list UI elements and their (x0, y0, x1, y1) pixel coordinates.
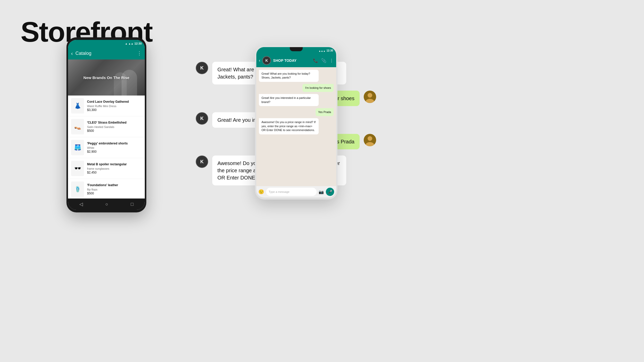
chat-signal-icons: ▲▲▲ (319, 48, 326, 53)
nav-recent-btn[interactable]: □ (131, 202, 133, 207)
chat-back-button[interactable]: ‹ (259, 58, 260, 63)
catalog-title: Catalog (75, 51, 134, 56)
product-item-4[interactable]: 🕶️ Metal B spoiler rectangular frame sun… (68, 158, 145, 179)
chat-app-bar: ‹ K SHOP TODAY 📞 📎 ⋮ (256, 54, 336, 67)
product-item-2[interactable]: 👡 'CLEO' Strass Embellished Satin Heeled… (68, 116, 145, 137)
product-price-3: $2,900 (87, 150, 142, 153)
product-info-4: Metal B spoiler rectangular frame sungla… (87, 162, 142, 174)
product-price-4: $2,450 (87, 171, 142, 174)
camera-icon[interactable]: 📷 (319, 189, 324, 194)
call-icon[interactable]: 📞 (313, 58, 318, 63)
signal-icons: ▲ ▲▲ (125, 42, 133, 45)
product-thumb-5: 🩴 (71, 182, 84, 197)
product-info-5: 'Foundations' leather flip flops $500 (87, 183, 142, 195)
bottom-nav: ◁ ○ □ (68, 199, 145, 210)
catalog-app-bar: ‹ Catalog ⋮ (68, 47, 145, 59)
product-name-1: Cord Lace Overlay Gathered (87, 100, 142, 104)
product-sub-4: frame sunglasses (87, 167, 142, 170)
product-price-2: $500 (87, 129, 142, 133)
product-list[interactable]: 👗 Cord Lace Overlay Gathered Waist Ruffl… (68, 96, 145, 199)
product-price-1: $3,300 (87, 108, 142, 112)
product-thumb-4: 🕶️ (71, 161, 84, 176)
emoji-icon[interactable]: 🙂 (258, 189, 264, 195)
catalog-hero: New Brands On The Rise (68, 59, 145, 96)
product-price-5: $500 (87, 192, 142, 195)
chat-messages-list: Great! What are you looking for today? S… (256, 67, 336, 186)
attachment-icon[interactable]: 📎 (321, 58, 326, 63)
product-name-4: Metal B spoiler rectangular (87, 162, 142, 167)
catalog-phone: ▲ ▲▲ 12:30 ‹ Catalog ⋮ New Brands On The… (66, 37, 146, 212)
shop-name: SHOP TODAY (273, 58, 311, 63)
wifi-icon: ▲ (125, 42, 128, 45)
message-input[interactable]: Type a message (266, 188, 317, 196)
svg-point-4 (368, 136, 372, 141)
bot-avatar-3: K (196, 156, 208, 168)
input-placeholder: Type a message (269, 190, 290, 193)
product-sub-3: White (87, 146, 142, 149)
chat-msg-3: Great! Are you interested in a particula… (259, 94, 319, 106)
mic-button[interactable]: 🎤 (326, 188, 334, 196)
chat-msg-2: I'm looking for shoes (302, 84, 334, 92)
product-item-1[interactable]: 👗 Cord Lace Overlay Gathered Waist Ruffl… (68, 96, 145, 116)
chat-msg-1: Great! What are you looking for today? S… (259, 70, 319, 82)
svg-point-1 (368, 93, 372, 98)
product-info-1: Cord Lace Overlay Gathered Waist Ruffle … (87, 100, 142, 112)
more-options-button[interactable]: ⋮ (137, 50, 142, 56)
product-thumb-3: 🩳 (71, 140, 84, 155)
nav-home-btn[interactable]: ○ (105, 202, 108, 207)
product-name-5: 'Foundations' leather (87, 183, 142, 187)
hero-text: New Brands On The Rise (83, 75, 129, 80)
product-item-5[interactable]: 🩴 'Foundations' leather flip flops $500 (68, 179, 145, 199)
back-button[interactable]: ‹ (71, 50, 73, 56)
product-sub-5: flip flops (87, 188, 142, 191)
product-item-3[interactable]: 🩳 'Peggy' embroidered shorts White $2,90… (68, 137, 145, 158)
product-thumb-2: 👡 (71, 119, 84, 134)
chat-msg-4: Yes Prada (316, 108, 334, 116)
shop-avatar: K (262, 56, 271, 65)
more-icon[interactable]: ⋮ (329, 58, 334, 63)
product-name-2: 'CLEO' Strass Embellished (87, 121, 142, 125)
status-bar-left: ▲ ▲▲ 12:30 (68, 40, 145, 47)
clock-left: 12:30 (134, 42, 142, 45)
user-avatar-2 (364, 134, 376, 146)
chat-input-bar: 🙂 Type a message 📷 🎤 (256, 186, 336, 197)
chat-action-buttons: 📞 📎 ⋮ (313, 58, 334, 63)
bot-avatar-1: K (196, 62, 208, 74)
chat-clock: 12:30 (326, 49, 333, 52)
chat-msg-5: Awesome! Do you a price range in mind? I… (259, 118, 319, 134)
bot-avatar-2: K (196, 112, 208, 125)
chat-phone: ▲▲▲ 12:30 ‹ K SHOP TODAY 📞 📎 ⋮ Great! Wh… (255, 45, 337, 200)
product-thumb-1: 👗 (71, 98, 84, 114)
product-sub-2: Satin Heeled Sandals (87, 125, 142, 128)
product-sub-1: Waist Ruffle Mini Dress (87, 105, 142, 108)
user-avatar-1 (364, 91, 376, 103)
phone-notch (290, 47, 303, 51)
product-info-3: 'Peggy' embroidered shorts White $2,900 (87, 142, 142, 153)
product-name-3: 'Peggy' embroidered shorts (87, 142, 142, 146)
chat-wifi-icon: ▲▲▲ (319, 50, 326, 52)
product-info-2: 'CLEO' Strass Embellished Satin Heeled S… (87, 121, 142, 133)
nav-back-btn[interactable]: ◁ (79, 201, 83, 207)
signal-icon: ▲▲ (128, 42, 133, 45)
